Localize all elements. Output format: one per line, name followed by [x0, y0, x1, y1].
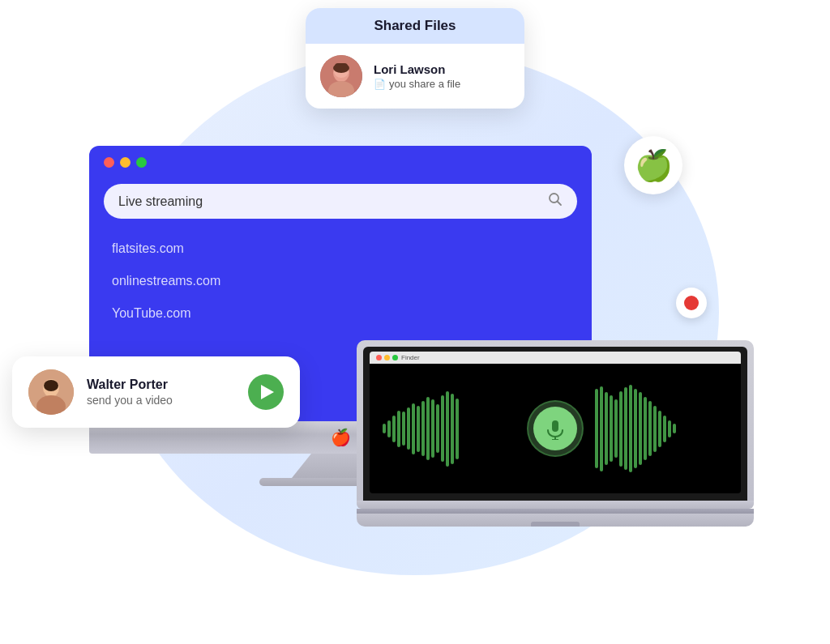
record-button[interactable]: [676, 288, 707, 318]
waveform-left: [383, 391, 516, 467]
play-button[interactable]: [248, 374, 284, 410]
laptop-base: [357, 514, 754, 527]
laptop-finder-bar: Finder: [370, 352, 741, 364]
svg-point-5: [333, 63, 349, 73]
mic-circle: [527, 400, 584, 457]
svg-point-14: [44, 380, 58, 391]
imac-search-text: Live streaming: [118, 194, 203, 209]
traffic-yellow: [120, 157, 130, 168]
result-item[interactable]: onlinestreams.com: [112, 274, 569, 288]
laptop-dot-green: [392, 355, 398, 360]
finder-label: Finder: [401, 354, 420, 361]
mic-icon: [533, 407, 577, 450]
laptop-content: [370, 364, 741, 493]
traffic-green: [136, 157, 147, 168]
lori-avatar: [320, 55, 362, 97]
file-icon: 📄: [374, 79, 386, 90]
shared-files-card: Shared Files Lori Lawson 📄 you share a f…: [306, 8, 524, 109]
traffic-red: [104, 157, 114, 168]
result-item[interactable]: YouTube.com: [112, 306, 569, 321]
lori-name: Lori Lawson: [374, 62, 460, 76]
play-triangle-icon: [261, 385, 274, 399]
imac-search-results: flatsites.com onlinestreams.com YouTube.…: [104, 241, 577, 321]
imac-traffic-lights: [104, 157, 577, 168]
walter-subtext: send you a video: [87, 394, 173, 407]
walter-name: Walter Porter: [87, 377, 173, 392]
imac-apple-logo: 🍎: [331, 428, 351, 447]
lori-info: Lori Lawson 📄 you share a file: [374, 62, 460, 90]
result-item[interactable]: flatsites.com: [112, 241, 569, 256]
laptop-notch: [531, 522, 580, 527]
walter-info: Walter Porter send you a video: [87, 377, 173, 407]
imac-search-bar[interactable]: Live streaming: [104, 184, 577, 219]
apple-logo-circle: 🍏: [624, 136, 682, 194]
walter-avatar: [28, 369, 74, 415]
laptop: Finder: [357, 340, 754, 527]
laptop-dots: [376, 355, 398, 360]
search-icon: [548, 192, 563, 211]
shared-files-title: Shared Files: [306, 8, 524, 44]
shared-files-body: Lori Lawson 📄 you share a file: [306, 44, 524, 109]
laptop-screen-outer: Finder: [357, 340, 754, 501]
laptop-bottom: [357, 501, 754, 509]
record-dot-icon: [684, 296, 699, 310]
waveform-right: [595, 385, 728, 472]
laptop-screen-inner: Finder: [363, 347, 747, 501]
svg-line-7: [558, 202, 562, 206]
apple-icon: 🍏: [635, 147, 673, 183]
walter-porter-card: Walter Porter send you a video: [12, 356, 300, 428]
svg-rect-8: [552, 420, 558, 432]
lori-subtext: 📄 you share a file: [374, 78, 460, 90]
laptop-dot-red: [376, 355, 382, 360]
laptop-dot-yellow: [384, 355, 390, 360]
